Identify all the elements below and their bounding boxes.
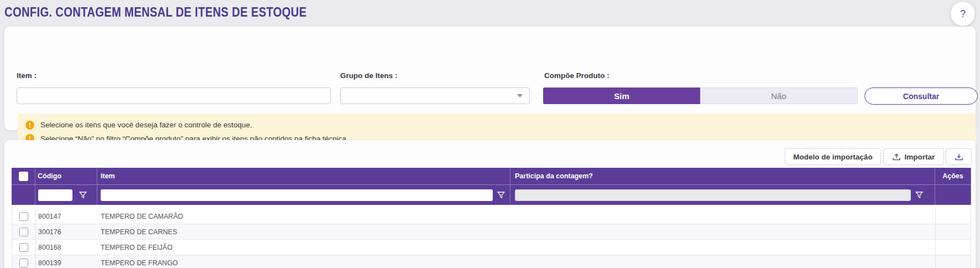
row-checkbox[interactable]: [19, 228, 28, 236]
help-icon: ?: [960, 8, 966, 20]
table-header-row: Código Item Participa da contagem? Ações: [12, 168, 971, 184]
cell-item: TEMPERO DE CAMARÃO: [97, 209, 510, 224]
table-panel: Modelo de importação Importar Código Ite…: [4, 140, 976, 268]
cell-item: TEMPERO DE FRANGO: [97, 255, 510, 268]
cell-participa: [510, 209, 935, 224]
column-header-participa[interactable]: Participa da contagem?: [510, 168, 935, 184]
cell-codigo: 800168: [35, 240, 97, 255]
upload-icon: [893, 153, 900, 161]
cell-participa: [510, 224, 935, 239]
select-all-checkbox[interactable]: [19, 172, 28, 181]
table-filter-row: [12, 184, 971, 205]
download-icon: [955, 153, 963, 161]
filter-funnel-icon[interactable]: [497, 192, 505, 199]
cell-codigo: 300176: [35, 224, 97, 239]
cell-acoes: [935, 209, 972, 224]
column-header-item[interactable]: Item: [97, 168, 510, 184]
table-row[interactable]: 800168 TEMPERO DE FEIJÃO: [12, 240, 971, 255]
codigo-filter-input[interactable]: [38, 189, 72, 201]
cell-acoes: [935, 240, 972, 255]
cell-codigo: 800147: [35, 209, 97, 224]
filter-funnel-icon[interactable]: [79, 192, 87, 199]
notice-line: ! Selecione os itens que você deseja faz…: [18, 121, 976, 130]
notice-text: Selecione os itens que você deseja fazer…: [40, 121, 252, 129]
row-checkbox[interactable]: [19, 212, 28, 221]
consultar-button[interactable]: Consultar: [864, 87, 978, 105]
modelo-importacao-button[interactable]: Modelo de importação: [785, 148, 881, 165]
item-filter-input[interactable]: [101, 189, 493, 201]
column-header-acoes[interactable]: Ações: [935, 168, 971, 184]
row-checkbox[interactable]: [19, 243, 28, 252]
participa-filter-input[interactable]: [515, 189, 911, 201]
table-row[interactable]: 300176 TEMPERO DE CARNES: [12, 224, 971, 240]
help-button[interactable]: ?: [951, 2, 975, 26]
cell-participa: [510, 240, 935, 255]
table-spacer-row: [12, 205, 971, 209]
importar-label: Importar: [905, 153, 935, 161]
compoe-produto-toggle: Sim Não: [543, 87, 858, 104]
row-checkbox[interactable]: [19, 259, 28, 267]
grupo-de-itens-label: Grupo de Itens :: [340, 71, 398, 80]
table-row[interactable]: 800147 TEMPERO DE CAMARÃO: [12, 209, 971, 224]
toggle-option-nao[interactable]: Não: [700, 87, 858, 104]
cell-item: TEMPERO DE CARNES: [97, 224, 510, 239]
item-input[interactable]: [17, 87, 331, 104]
cell-acoes: [935, 255, 972, 268]
cell-acoes: [935, 224, 972, 239]
filter-panel: Item : Grupo de Itens : Compõe Produto :…: [4, 27, 976, 130]
warning-icon: !: [25, 121, 34, 130]
page-title: CONFIG. CONTAGEM MENSAL DE ITENS DE ESTO…: [4, 4, 306, 20]
importar-button[interactable]: Importar: [883, 148, 944, 165]
item-label: Item :: [17, 71, 37, 80]
cell-codigo: 800139: [35, 255, 97, 268]
toggle-option-sim[interactable]: Sim: [543, 87, 700, 104]
column-header-codigo[interactable]: Código: [35, 168, 97, 184]
cell-participa: [510, 255, 935, 268]
filter-funnel-icon[interactable]: [915, 192, 924, 199]
compoe-produto-label: Compõe Produto :: [544, 71, 609, 80]
grupo-de-itens-select[interactable]: [340, 87, 530, 104]
page: CONFIG. CONTAGEM MENSAL DE ITENS DE ESTO…: [0, 0, 980, 268]
items-table: Código Item Participa da contagem? Ações: [12, 168, 971, 268]
cell-item: TEMPERO DE FEIJÃO: [97, 240, 510, 255]
chevron-down-icon: [517, 94, 523, 97]
download-button[interactable]: [946, 148, 972, 165]
table-row[interactable]: 800139 TEMPERO DE FRANGO: [12, 255, 971, 268]
